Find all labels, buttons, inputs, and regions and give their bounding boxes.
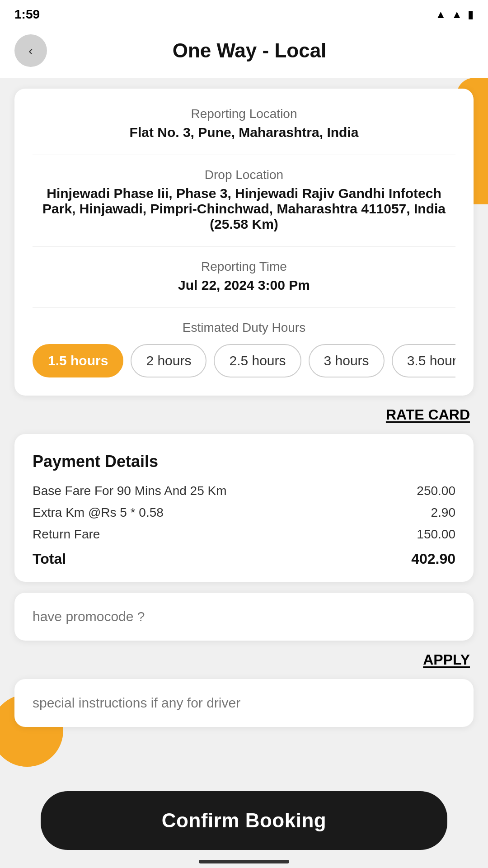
drop-location-section: Drop Location Hinjewadi Phase Iii, Phase… bbox=[33, 155, 455, 232]
duty-hour-chip-1[interactable]: 2 hours bbox=[131, 344, 206, 377]
duty-hour-chip-4[interactable]: 3.5 hours bbox=[392, 344, 455, 377]
payment-total-label: Total bbox=[33, 551, 66, 567]
duty-hours-label: Estimated Duty Hours bbox=[33, 321, 455, 335]
back-button[interactable]: ‹ bbox=[14, 34, 47, 67]
battery-icon: ▮ bbox=[468, 8, 474, 21]
promo-input[interactable] bbox=[33, 609, 455, 624]
home-indicator bbox=[199, 860, 289, 863]
payment-row-value-0: 250.00 bbox=[417, 484, 455, 498]
reporting-location-value: Flat No. 3, Pune, Maharashtra, India bbox=[33, 125, 455, 140]
status-time: 1:59 bbox=[14, 7, 40, 22]
instructions-input[interactable] bbox=[33, 695, 455, 711]
confirm-button-container: Confirm Booking bbox=[41, 791, 447, 850]
rate-card-link: RATE CARD bbox=[14, 406, 474, 423]
instructions-card bbox=[14, 679, 474, 727]
drop-location-value: Hinjewadi Phase Iii, Phase 3, Hinjewadi … bbox=[33, 186, 455, 232]
confirm-booking-button[interactable]: Confirm Booking bbox=[41, 791, 447, 850]
promo-card bbox=[14, 593, 474, 641]
main-content: Reporting Location Flat No. 3, Pune, Mah… bbox=[0, 78, 488, 821]
payment-total-row: Total 402.90 bbox=[33, 549, 455, 567]
payment-row-label-1: Extra Km @Rs 5 * 0.58 bbox=[33, 505, 164, 520]
apply-row: APPLY bbox=[14, 651, 474, 668]
signal-icon: ▲ bbox=[451, 8, 462, 21]
rate-card-button[interactable]: RATE CARD bbox=[386, 406, 470, 423]
payment-row-1: Extra Km @Rs 5 * 0.582.90 bbox=[33, 505, 455, 520]
payment-total-value: 402.90 bbox=[411, 551, 455, 567]
payment-row-label-0: Base Fare For 90 Mins And 25 Km bbox=[33, 484, 227, 498]
payment-row-value-1: 2.90 bbox=[431, 505, 456, 520]
hours-chips: 1.5 hours2 hours2.5 hours3 hours3.5 hour… bbox=[33, 344, 455, 381]
payment-row-2: Return Fare150.00 bbox=[33, 527, 455, 542]
apply-button[interactable]: APPLY bbox=[423, 651, 470, 668]
duty-hour-chip-0[interactable]: 1.5 hours bbox=[33, 344, 123, 377]
status-icons: ▲ ▲ ▮ bbox=[435, 8, 474, 21]
booking-card: Reporting Location Flat No. 3, Pune, Mah… bbox=[14, 89, 474, 396]
wifi-icon: ▲ bbox=[435, 8, 446, 21]
payment-title: Payment Details bbox=[33, 452, 455, 471]
reporting-time-value: Jul 22, 2024 3:00 Pm bbox=[33, 278, 455, 293]
payment-row-0: Base Fare For 90 Mins And 25 Km250.00 bbox=[33, 484, 455, 498]
drop-location-label: Drop Location bbox=[33, 168, 455, 182]
payment-card: Payment Details Base Fare For 90 Mins An… bbox=[14, 434, 474, 582]
reporting-time-section: Reporting Time Jul 22, 2024 3:00 Pm bbox=[33, 246, 455, 293]
duty-hour-chip-2[interactable]: 2.5 hours bbox=[214, 344, 301, 377]
duty-hour-chip-3[interactable]: 3 hours bbox=[309, 344, 385, 377]
duty-hours-section: Estimated Duty Hours 1.5 hours2 hours2.5… bbox=[33, 307, 455, 381]
reporting-time-label: Reporting Time bbox=[33, 259, 455, 274]
status-bar: 1:59 ▲ ▲ ▮ bbox=[0, 0, 488, 25]
page-title: One Way - Local bbox=[58, 39, 441, 62]
payment-row-label-2: Return Fare bbox=[33, 527, 100, 542]
payment-row-value-2: 150.00 bbox=[417, 527, 455, 542]
reporting-location-section: Reporting Location Flat No. 3, Pune, Mah… bbox=[33, 107, 455, 140]
payment-rows: Base Fare For 90 Mins And 25 Km250.00Ext… bbox=[33, 484, 455, 542]
reporting-location-label: Reporting Location bbox=[33, 107, 455, 121]
header: ‹ One Way - Local bbox=[0, 25, 488, 78]
